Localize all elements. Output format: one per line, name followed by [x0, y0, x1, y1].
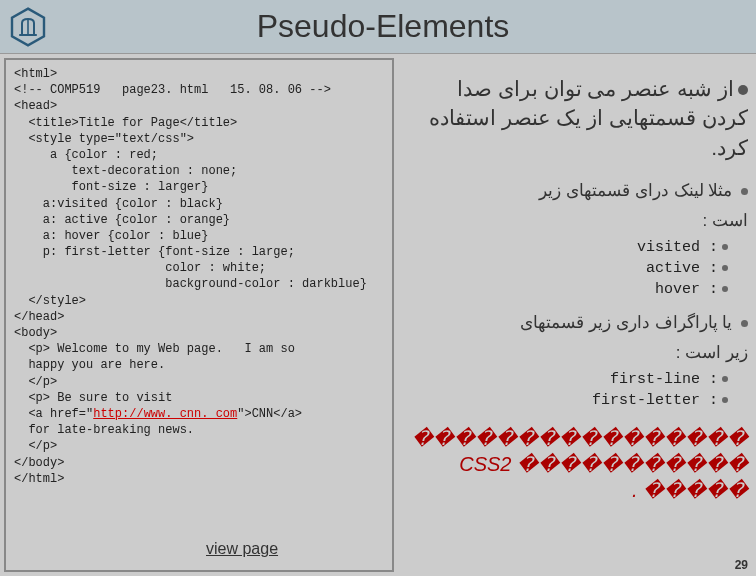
code-line: <!-- COMP519 page23. html 15. 08. 06 --> [14, 82, 384, 98]
university-logo [6, 5, 50, 49]
code-line: </head> [14, 309, 384, 325]
code-bullet: : visited [406, 237, 748, 258]
sub-bullet-cont: است : [406, 208, 748, 234]
view-page-link[interactable]: view page [206, 538, 278, 560]
bullet-icon [738, 85, 748, 95]
bullet-icon [722, 244, 728, 250]
slide-header: Pseudo-Elements [0, 0, 756, 54]
code-line: happy you are here. [14, 357, 384, 373]
slide-title: Pseudo-Elements [50, 8, 756, 45]
code-line: </style> [14, 293, 384, 309]
code-line: <p> Be sure to visit [14, 390, 384, 406]
url-link[interactable]: http://www. cnn. com [93, 407, 237, 421]
bullet-icon [722, 286, 728, 292]
bullet-icon [722, 397, 728, 403]
code-bullet: : first-letter [406, 390, 748, 411]
explanation-panel: از شبه عنصر می توان برای صدا کردن قسمتها… [398, 54, 756, 576]
code-example: <html> <!-- COMP519 page23. html 15. 08.… [4, 58, 394, 572]
code-line: a: active {color : orange} [14, 212, 384, 228]
code-line: font-size : larger} [14, 179, 384, 195]
code-line: <p> Welcome to my Web page. I am so [14, 341, 384, 357]
code-line: </p> [14, 374, 384, 390]
sub-bullet-cont: زیر است : [406, 340, 748, 366]
code-line: text-decoration : none; [14, 163, 384, 179]
code-line: </html> [14, 471, 384, 487]
code-bullet: : first-line [406, 369, 748, 390]
code-line: <style type="text/css"> [14, 131, 384, 147]
code-line: <html> [14, 66, 384, 82]
code-line: <head> [14, 98, 384, 114]
code-line: a:visited {color : black} [14, 196, 384, 212]
slide-content: <html> <!-- COMP519 page23. html 15. 08.… [0, 54, 756, 576]
main-bullet: از شبه عنصر می توان برای صدا کردن قسمتها… [406, 74, 748, 162]
bullet-icon [741, 188, 748, 195]
code-line: a: hover {color : blue} [14, 228, 384, 244]
bullet-icon [741, 320, 748, 327]
code-line: <title>Title for Page</title> [14, 115, 384, 131]
bullet-icon [722, 376, 728, 382]
code-bullet: : active [406, 258, 748, 279]
code-line: <a href="http://www. cnn. com">CNN</a> [14, 406, 384, 422]
code-line: background-color : darkblue} [14, 276, 384, 292]
code-line: for late-breaking news. [14, 422, 384, 438]
code-line: color : white; [14, 260, 384, 276]
code-line: </body> [14, 455, 384, 471]
bullet-icon [722, 265, 728, 271]
note-text: ���������������� ����������� CSS2 ����� … [406, 425, 748, 503]
code-bullet: : hover [406, 279, 748, 300]
code-line: </p> [14, 438, 384, 454]
sub-bullet: مثلا لینک درای قسمتهای زیر [406, 178, 748, 204]
code-line: a {color : red; [14, 147, 384, 163]
code-line: p: first-letter {font-size : large; [14, 244, 384, 260]
page-number: 29 [735, 558, 748, 572]
sub-bullet: یا پاراگراف داری زیر قسمتهای [406, 310, 748, 336]
code-line: <body> [14, 325, 384, 341]
